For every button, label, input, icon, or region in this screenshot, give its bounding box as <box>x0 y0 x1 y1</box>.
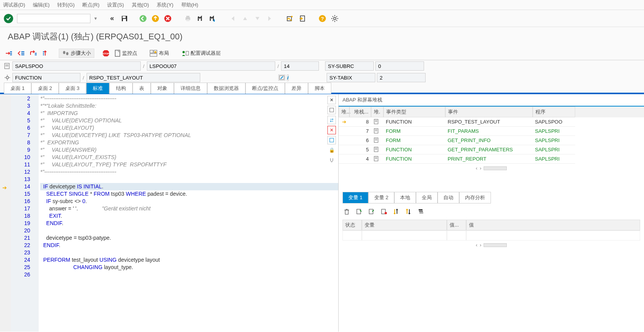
new-window-icon[interactable] <box>327 106 336 114</box>
scrollbar[interactable] <box>484 243 507 247</box>
info-icon[interactable]: i <box>287 75 289 81</box>
ok-button[interactable] <box>4 14 13 23</box>
menu-goto[interactable]: 转到(G) <box>57 2 75 8</box>
watchpoint-button[interactable]: 监控点 <box>112 49 140 58</box>
tab-9[interactable]: 断点/监控点 <box>245 83 285 94</box>
nav-icon[interactable] <box>278 75 285 81</box>
fold-gutter[interactable] <box>32 94 39 332</box>
menu-breakpoint[interactable]: 断点(R) <box>82 2 99 8</box>
export-icon[interactable] <box>355 207 363 216</box>
stack-row[interactable]: ➔8FUNCTIONRSPO_TEST_LAYOUTSAPLSPOO <box>339 117 644 127</box>
sort-asc-icon[interactable] <box>392 207 400 216</box>
tab-0[interactable]: 桌面 1 <box>4 83 31 94</box>
last-page-icon[interactable] <box>266 14 274 23</box>
swap-icon[interactable] <box>327 116 336 124</box>
tool-icon[interactable] <box>327 156 336 164</box>
sort-desc-icon[interactable] <box>404 207 413 216</box>
stack-row[interactable]: 5FUNCTIONGET_PRINT_PARAMETERSSAPLSPRI <box>339 145 644 154</box>
step-out-button[interactable] <box>29 48 39 58</box>
layout-button[interactable]: 布局 <box>147 49 171 58</box>
settings-gear-icon[interactable] <box>331 14 339 23</box>
tab-10[interactable]: 差异 <box>285 83 308 94</box>
nav-exit-icon[interactable] <box>151 14 160 23</box>
code-pane: ➔ 23456789101112131415161718192021222324… <box>0 94 339 332</box>
stack-row[interactable]: 6FORMGET_PRINT_INFOSAPLSPRI <box>339 136 644 145</box>
back-icon[interactable]: « <box>108 14 116 23</box>
gear-icon[interactable] <box>4 74 11 81</box>
tab-2[interactable]: 桌面 3 <box>59 83 86 94</box>
scroll-right-icon[interactable]: › <box>480 165 481 171</box>
var-scroll[interactable]: ‹ › <box>342 241 640 249</box>
continue-button[interactable] <box>41 48 51 58</box>
svg-rect-79 <box>419 211 423 212</box>
new-session-icon[interactable] <box>286 14 294 23</box>
stack-icon[interactable] <box>417 207 425 216</box>
stop-icon[interactable]: STOP <box>102 49 110 57</box>
tab-5[interactable]: 表 <box>133 83 151 94</box>
program-input[interactable] <box>12 61 141 71</box>
tab-6[interactable]: 对象 <box>151 83 174 94</box>
close-pane-icon[interactable]: ✕ <box>327 96 336 104</box>
var-row-empty[interactable] <box>342 230 640 241</box>
command-input[interactable] <box>17 14 90 23</box>
scroll-left-icon[interactable]: ‹ <box>476 165 477 171</box>
tab-8[interactable]: 数据浏览器 <box>207 83 245 94</box>
breakpoint-gutter[interactable]: ➔ <box>0 94 11 332</box>
scroll-right-icon[interactable]: › <box>480 242 481 248</box>
tab-1[interactable]: 桌面 2 <box>31 83 59 94</box>
code-editor[interactable]: ➔ 23456789101112131415161718192021222324… <box>0 94 338 332</box>
type-input[interactable] <box>12 73 80 82</box>
find-next-icon[interactable] <box>208 14 217 23</box>
include-input[interactable] <box>147 61 275 71</box>
menu-help[interactable]: 帮助(H) <box>181 2 198 8</box>
page-up-icon[interactable] <box>241 14 249 23</box>
nav-back-icon[interactable] <box>139 14 147 23</box>
shortcut-icon[interactable] <box>298 14 307 23</box>
stack-row[interactable]: 4FUNCTIONPRINT_REPORTSAPLSPRI <box>339 154 644 164</box>
save-icon[interactable] <box>120 14 129 23</box>
tab-3[interactable]: 标准 <box>86 83 109 94</box>
menu-other[interactable]: 其他(O) <box>132 2 149 8</box>
print-icon[interactable] <box>184 14 192 23</box>
var-tab-4[interactable]: 自动 <box>438 192 459 203</box>
lock-icon[interactable]: 🔒 <box>327 146 336 154</box>
dropdown-icon[interactable]: ▾ <box>94 15 97 21</box>
stack-scroll[interactable]: ‹ › <box>339 164 644 173</box>
help-icon[interactable]: ? <box>318 14 327 23</box>
find-icon[interactable] <box>196 14 204 23</box>
stack-row[interactable]: 7FORMFIT_PARAMSSAPLSPRI <box>339 127 644 136</box>
code-lines[interactable]: *"--------------------------------------… <box>39 94 338 332</box>
svg-rect-78 <box>419 209 423 210</box>
line-input[interactable] <box>281 61 319 71</box>
first-page-icon[interactable] <box>228 14 237 23</box>
menu-system[interactable]: 系统(Y) <box>157 2 173 8</box>
var-tab-0[interactable]: 变量 1 <box>342 192 368 203</box>
menu-settings[interactable]: 设置(S) <box>107 2 124 8</box>
scroll-left-icon[interactable]: ‹ <box>476 242 477 248</box>
var-tab-3[interactable]: 全局 <box>416 192 438 203</box>
cancel-icon[interactable] <box>164 14 172 23</box>
config-debugger-button[interactable]: 配置调试器层 <box>179 49 223 58</box>
menu-debugger[interactable]: 调试器(D) <box>3 2 25 8</box>
step-into-button[interactable] <box>4 48 14 58</box>
var-tab-1[interactable]: 变量 2 <box>368 192 394 203</box>
svg-rect-25 <box>10 54 12 55</box>
page-down-icon[interactable] <box>253 14 262 23</box>
step-size-button[interactable]: 步骤大小 <box>59 49 94 58</box>
delete-var-icon[interactable] <box>380 207 388 216</box>
import-icon[interactable] <box>367 207 376 216</box>
tab-4[interactable]: 结构 <box>109 83 133 94</box>
var-tab-5[interactable]: 内存分析 <box>459 192 491 203</box>
trash-icon[interactable] <box>342 207 351 216</box>
footprints-icon <box>62 51 69 56</box>
tab-7[interactable]: 详细信息 <box>174 83 207 94</box>
step-over-button[interactable] <box>16 48 26 58</box>
menu-edit[interactable]: 编辑(E) <box>33 2 49 8</box>
fullscreen-icon[interactable] <box>327 136 336 144</box>
name-input[interactable] <box>87 73 200 82</box>
scrollbar[interactable] <box>484 166 507 170</box>
stack-header-level: 堆栈... <box>349 107 371 117</box>
var-tab-2[interactable]: 本地 <box>394 192 416 203</box>
delete-x-icon[interactable]: ✕ <box>327 126 336 134</box>
tab-11[interactable]: 脚本 <box>308 83 331 94</box>
